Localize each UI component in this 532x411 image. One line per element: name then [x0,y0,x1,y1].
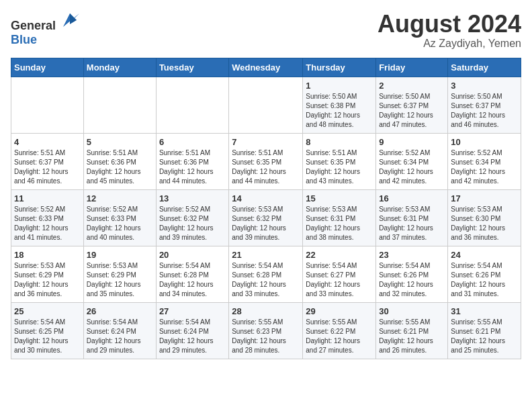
day-info: Sunrise: 5:50 AM Sunset: 6:37 PM Dayligh… [379,92,445,130]
day-number: 26 [87,306,153,316]
day-info: Sunrise: 5:53 AM Sunset: 6:30 PM Dayligh… [451,205,518,242]
header-sunday: Sunday [11,58,84,77]
day-info: Sunrise: 5:53 AM Sunset: 6:29 PM Dayligh… [14,261,81,299]
day-info: Sunrise: 5:52 AM Sunset: 6:34 PM Dayligh… [451,148,518,186]
day-number: 11 [14,193,81,203]
table-row: 15Sunrise: 5:53 AM Sunset: 6:31 PM Dayli… [303,189,376,246]
table-row: 4Sunrise: 5:51 AM Sunset: 6:37 PM Daylig… [11,133,84,189]
day-info: Sunrise: 5:52 AM Sunset: 6:33 PM Dayligh… [14,205,81,242]
day-info: Sunrise: 5:54 AM Sunset: 6:28 PM Dayligh… [232,261,300,299]
day-number: 4 [14,137,81,147]
day-number: 14 [232,193,300,203]
table-row: 21Sunrise: 5:54 AM Sunset: 6:28 PM Dayli… [229,246,303,302]
day-number: 16 [379,193,445,203]
day-info: Sunrise: 5:55 AM Sunset: 6:23 PM Dayligh… [232,318,300,355]
day-number: 29 [306,306,373,316]
day-number: 13 [159,193,226,203]
day-number: 17 [451,193,518,203]
calendar-body: 1Sunrise: 5:50 AM Sunset: 6:38 PM Daylig… [11,77,521,359]
day-info: Sunrise: 5:51 AM Sunset: 6:36 PM Dayligh… [159,148,226,186]
day-number: 24 [451,250,518,260]
day-number: 6 [159,137,226,147]
day-info: Sunrise: 5:54 AM Sunset: 6:25 PM Dayligh… [14,318,81,355]
day-number: 23 [379,250,445,260]
table-row: 29Sunrise: 5:55 AM Sunset: 6:22 PM Dayli… [303,302,376,359]
header-saturday: Saturday [448,58,521,77]
day-number: 1 [306,81,373,91]
logo-text-general: General [11,19,56,32]
table-row [11,77,84,133]
table-row: 31Sunrise: 5:55 AM Sunset: 6:21 PM Dayli… [448,302,521,359]
header-tuesday: Tuesday [156,58,228,77]
svg-marker-1 [70,13,77,24]
location-subtitle: Az Zaydiyah, Yemen [378,38,521,50]
page-header: General Blue August 2024 Az Zaydiyah, Ye… [11,11,521,50]
day-info: Sunrise: 5:53 AM Sunset: 6:29 PM Dayligh… [87,261,153,299]
day-number: 3 [451,81,518,91]
table-row: 10Sunrise: 5:52 AM Sunset: 6:34 PM Dayli… [448,133,521,189]
table-row: 16Sunrise: 5:53 AM Sunset: 6:31 PM Dayli… [376,189,448,246]
day-number: 31 [451,306,518,316]
table-row: 9Sunrise: 5:52 AM Sunset: 6:34 PM Daylig… [376,133,448,189]
day-info: Sunrise: 5:52 AM Sunset: 6:33 PM Dayligh… [87,205,153,242]
table-row: 17Sunrise: 5:53 AM Sunset: 6:30 PM Dayli… [448,189,521,246]
day-info: Sunrise: 5:54 AM Sunset: 6:24 PM Dayligh… [87,318,153,355]
day-number: 2 [379,81,445,91]
calendar-header: Sunday Monday Tuesday Wednesday Thursday… [11,58,521,77]
day-info: Sunrise: 5:55 AM Sunset: 6:22 PM Dayligh… [306,318,373,355]
day-number: 27 [159,306,226,316]
month-year-title: August 2024 [378,11,521,38]
table-row: 11Sunrise: 5:52 AM Sunset: 6:33 PM Dayli… [11,189,84,246]
day-number: 15 [306,193,373,203]
logo-text-blue: Blue [11,33,37,46]
table-row: 7Sunrise: 5:51 AM Sunset: 6:35 PM Daylig… [229,133,303,189]
table-row: 14Sunrise: 5:53 AM Sunset: 6:32 PM Dayli… [229,189,303,246]
header-friday: Friday [376,58,448,77]
day-info: Sunrise: 5:51 AM Sunset: 6:35 PM Dayligh… [232,148,300,186]
table-row [156,77,228,133]
day-number: 5 [87,137,153,147]
table-row: 19Sunrise: 5:53 AM Sunset: 6:29 PM Dayli… [83,246,156,302]
day-number: 8 [306,137,373,147]
day-info: Sunrise: 5:54 AM Sunset: 6:24 PM Dayligh… [159,318,226,355]
day-info: Sunrise: 5:50 AM Sunset: 6:38 PM Dayligh… [306,92,373,130]
table-row: 3Sunrise: 5:50 AM Sunset: 6:37 PM Daylig… [448,77,521,133]
table-row: 2Sunrise: 5:50 AM Sunset: 6:37 PM Daylig… [376,77,448,133]
table-row: 22Sunrise: 5:54 AM Sunset: 6:27 PM Dayli… [303,246,376,302]
day-info: Sunrise: 5:53 AM Sunset: 6:31 PM Dayligh… [306,205,373,242]
day-number: 25 [14,306,81,316]
day-number: 7 [232,137,300,147]
day-number: 10 [451,137,518,147]
table-row: 27Sunrise: 5:54 AM Sunset: 6:24 PM Dayli… [156,302,228,359]
table-row: 28Sunrise: 5:55 AM Sunset: 6:23 PM Dayli… [229,302,303,359]
day-info: Sunrise: 5:52 AM Sunset: 6:34 PM Dayligh… [379,148,445,186]
day-info: Sunrise: 5:52 AM Sunset: 6:32 PM Dayligh… [159,205,226,242]
table-row: 25Sunrise: 5:54 AM Sunset: 6:25 PM Dayli… [11,302,84,359]
calendar-week-row: 1Sunrise: 5:50 AM Sunset: 6:38 PM Daylig… [11,77,521,133]
day-info: Sunrise: 5:53 AM Sunset: 6:32 PM Dayligh… [232,205,300,242]
table-row [229,77,303,133]
table-row: 24Sunrise: 5:54 AM Sunset: 6:26 PM Dayli… [448,246,521,302]
day-info: Sunrise: 5:54 AM Sunset: 6:28 PM Dayligh… [159,261,226,299]
day-number: 18 [14,250,81,260]
day-info: Sunrise: 5:53 AM Sunset: 6:31 PM Dayligh… [379,205,445,242]
header-thursday: Thursday [303,58,376,77]
table-row: 26Sunrise: 5:54 AM Sunset: 6:24 PM Dayli… [83,302,156,359]
calendar-week-row: 11Sunrise: 5:52 AM Sunset: 6:33 PM Dayli… [11,189,521,246]
day-info: Sunrise: 5:51 AM Sunset: 6:37 PM Dayligh… [14,148,81,186]
day-number: 22 [306,250,373,260]
logo-icon [60,11,79,30]
table-row [83,77,156,133]
table-row: 18Sunrise: 5:53 AM Sunset: 6:29 PM Dayli… [11,246,84,302]
table-row: 12Sunrise: 5:52 AM Sunset: 6:33 PM Dayli… [83,189,156,246]
header-row: Sunday Monday Tuesday Wednesday Thursday… [11,58,521,77]
day-number: 21 [232,250,300,260]
table-row: 20Sunrise: 5:54 AM Sunset: 6:28 PM Dayli… [156,246,228,302]
day-info: Sunrise: 5:50 AM Sunset: 6:37 PM Dayligh… [451,92,518,130]
calendar-table: Sunday Monday Tuesday Wednesday Thursday… [11,58,521,359]
table-row: 1Sunrise: 5:50 AM Sunset: 6:38 PM Daylig… [303,77,376,133]
table-row: 23Sunrise: 5:54 AM Sunset: 6:26 PM Dayli… [376,246,448,302]
day-number: 28 [232,306,300,316]
calendar-week-row: 4Sunrise: 5:51 AM Sunset: 6:37 PM Daylig… [11,133,521,189]
header-monday: Monday [83,58,156,77]
